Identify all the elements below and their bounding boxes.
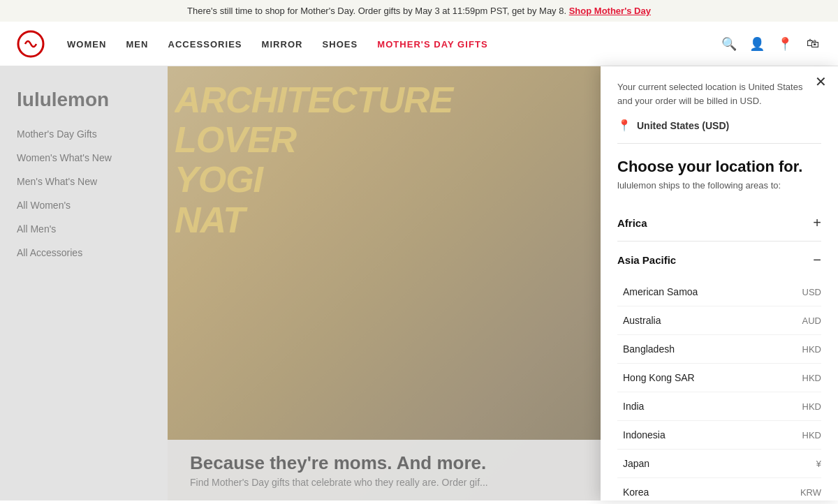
region-asia-pacific-label: Asia Pacific — [617, 254, 676, 266]
main-dim-overlay — [0, 66, 601, 501]
lululemon-logo[interactable] — [17, 30, 45, 58]
currency-american-samoa: USD — [802, 287, 821, 297]
country-row-japan[interactable]: Japan ¥ — [617, 450, 821, 478]
currency-india: HKD — [802, 401, 821, 412]
nav-link-mirror: MIRROR — [262, 39, 303, 50]
country-name-korea: Korea — [623, 487, 649, 498]
location-pin-icon: 📍 — [617, 119, 631, 132]
currency-japan: ¥ — [816, 459, 821, 469]
region-asia-pacific-toggle: − — [813, 253, 821, 267]
main-area: lululemon Mother's Day Gifts Women's Wha… — [0, 66, 838, 501]
country-row-indonesia[interactable]: Indonesia HKD — [617, 421, 821, 450]
nav-item-mirror[interactable]: MIRROR — [262, 38, 303, 50]
nav-link-men: MEN — [126, 39, 148, 50]
location-icon[interactable]: 📍 — [777, 36, 793, 52]
nav-link-mothers-day: MOTHER'S DAY GIFTS — [377, 39, 487, 50]
search-icon[interactable]: 🔍 — [721, 36, 737, 52]
nav-link-accessories: ACCESSORIES — [168, 39, 242, 50]
current-location-text: United States (USD) — [637, 120, 729, 131]
country-name-hong-kong: Hong Kong SAR — [623, 372, 695, 383]
nav-link-shoes: SHOES — [323, 39, 358, 50]
country-name-american-samoa: American Samoa — [623, 286, 698, 297]
navbar: WOMEN MEN ACCESSORIES MIRROR SHOES MOTHE… — [0, 22, 838, 66]
country-name-bangladesh: Bangladesh — [623, 343, 675, 355]
region-africa-toggle: + — [813, 216, 821, 230]
country-row-india[interactable]: India HKD — [617, 392, 821, 421]
nav-item-women[interactable]: WOMEN — [67, 38, 106, 50]
choose-title: Choose your location for. — [617, 158, 821, 176]
nav-item-mothers-day[interactable]: MOTHER'S DAY GIFTS — [377, 38, 487, 50]
top-banner: There's still time to shop for Mother's … — [0, 0, 838, 22]
region-row-africa[interactable]: Africa + — [617, 205, 821, 242]
nav-item-men[interactable]: MEN — [126, 38, 148, 50]
currency-bangladesh: HKD — [802, 344, 821, 355]
country-row-bangladesh[interactable]: Bangladesh HKD — [617, 335, 821, 364]
banner-text: There's still time to shop for Mother's … — [187, 6, 566, 16]
nav-item-accessories[interactable]: ACCESSORIES — [168, 38, 242, 50]
country-list-asia-pacific: American Samoa USD Australia AUD Banglad… — [617, 278, 821, 501]
bag-icon[interactable]: 🛍 — [804, 36, 821, 52]
close-button[interactable]: ✕ — [815, 75, 827, 89]
country-name-indonesia: Indonesia — [623, 429, 666, 440]
location-panel-inner: Your current selected location is United… — [601, 66, 838, 501]
currency-indonesia: HKD — [802, 430, 821, 440]
country-row-australia[interactable]: Australia AUD — [617, 306, 821, 335]
country-name-japan: Japan — [623, 458, 649, 469]
banner-link[interactable]: Shop Mother's Day — [569, 6, 651, 16]
country-row-hong-kong[interactable]: Hong Kong SAR HKD — [617, 364, 821, 392]
account-icon[interactable]: 👤 — [749, 36, 765, 52]
nav-link-women: WOMEN — [67, 39, 106, 50]
currency-hong-kong: HKD — [802, 373, 821, 383]
currency-australia: AUD — [802, 316, 821, 326]
country-name-australia: Australia — [623, 315, 661, 326]
region-africa-label: Africa — [617, 217, 647, 229]
nav-links: WOMEN MEN ACCESSORIES MIRROR SHOES MOTHE… — [67, 38, 721, 50]
current-location-row: 📍 United States (USD) — [617, 119, 821, 144]
location-panel: ✕ Your current selected location is Unit… — [601, 66, 838, 501]
nav-item-shoes[interactable]: SHOES — [323, 38, 358, 50]
choose-subtitle: lululemon ships to the following areas t… — [617, 180, 821, 191]
country-row-korea[interactable]: Korea KRW — [617, 478, 821, 501]
nav-icons: 🔍 👤 📍 🛍 — [721, 36, 821, 52]
currency-korea: KRW — [800, 487, 821, 498]
country-row-american-samoa[interactable]: American Samoa USD — [617, 278, 821, 306]
panel-header-text: Your current selected location is United… — [617, 80, 821, 108]
country-name-india: India — [623, 401, 644, 412]
region-row-asia-pacific[interactable]: Asia Pacific − — [617, 242, 821, 278]
